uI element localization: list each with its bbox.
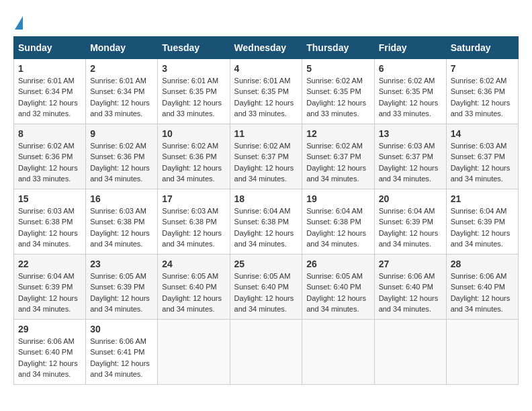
day-number: 12 xyxy=(306,128,369,139)
day-number: 11 xyxy=(234,128,298,139)
calendar-cell: 21Sunrise: 6:04 AMSunset: 6:39 PMDayligh… xyxy=(446,189,518,254)
calendar-cell: 17Sunrise: 6:03 AMSunset: 6:38 PMDayligh… xyxy=(158,189,230,254)
header-tuesday: Tuesday xyxy=(158,36,230,58)
calendar-cell: 13Sunrise: 6:03 AMSunset: 6:37 PMDayligh… xyxy=(374,124,446,189)
header-saturday: Saturday xyxy=(446,36,518,58)
calendar-cell: 16Sunrise: 6:03 AMSunset: 6:38 PMDayligh… xyxy=(86,189,158,254)
day-info: Sunrise: 6:05 AMSunset: 6:39 PMDaylight:… xyxy=(90,271,153,315)
day-number: 3 xyxy=(162,63,225,74)
day-info: Sunrise: 6:04 AMSunset: 6:39 PMDaylight:… xyxy=(379,205,442,250)
day-info: Sunrise: 6:02 AMSunset: 6:35 PMDaylight:… xyxy=(306,75,369,120)
calendar-week-row: 8Sunrise: 6:02 AMSunset: 6:36 PMDaylight… xyxy=(14,124,519,189)
calendar-cell: 19Sunrise: 6:04 AMSunset: 6:38 PMDayligh… xyxy=(302,189,374,254)
calendar-cell xyxy=(374,319,446,384)
calendar-cell: 25Sunrise: 6:05 AMSunset: 6:40 PMDayligh… xyxy=(230,254,302,319)
day-number: 13 xyxy=(379,128,442,139)
calendar-cell: 15Sunrise: 6:03 AMSunset: 6:38 PMDayligh… xyxy=(14,189,86,254)
day-info: Sunrise: 6:05 AMSunset: 6:40 PMDaylight:… xyxy=(306,271,369,315)
day-number: 22 xyxy=(18,259,81,269)
calendar-cell: 14Sunrise: 6:03 AMSunset: 6:37 PMDayligh… xyxy=(446,124,518,189)
calendar-header-row: SundayMondayTuesdayWednesdayThursdayFrid… xyxy=(14,36,519,58)
calendar-cell xyxy=(302,319,374,384)
calendar-cell: 9Sunrise: 6:02 AMSunset: 6:36 PMDaylight… xyxy=(86,124,158,189)
calendar-cell: 26Sunrise: 6:05 AMSunset: 6:40 PMDayligh… xyxy=(302,254,374,319)
day-info: Sunrise: 6:02 AMSunset: 6:35 PMDaylight:… xyxy=(379,75,442,120)
calendar-cell: 29Sunrise: 6:06 AMSunset: 6:40 PMDayligh… xyxy=(14,319,86,384)
day-number: 28 xyxy=(451,259,514,269)
day-number: 19 xyxy=(306,193,369,204)
day-info: Sunrise: 6:05 AMSunset: 6:40 PMDaylight:… xyxy=(234,271,298,315)
day-number: 26 xyxy=(306,259,369,269)
calendar-cell xyxy=(230,319,302,384)
calendar-cell: 4Sunrise: 6:01 AMSunset: 6:35 PMDaylight… xyxy=(230,58,302,124)
calendar-cell: 6Sunrise: 6:02 AMSunset: 6:35 PMDaylight… xyxy=(374,58,446,124)
header-monday: Monday xyxy=(86,36,158,58)
day-info: Sunrise: 6:01 AMSunset: 6:35 PMDaylight:… xyxy=(234,75,298,120)
day-number: 15 xyxy=(18,193,81,204)
day-number: 30 xyxy=(90,324,153,334)
day-info: Sunrise: 6:02 AMSunset: 6:36 PMDaylight:… xyxy=(451,75,514,120)
calendar-cell xyxy=(446,319,518,384)
page-header xyxy=(13,13,519,30)
day-info: Sunrise: 6:05 AMSunset: 6:40 PMDaylight:… xyxy=(162,271,225,315)
calendar-week-row: 29Sunrise: 6:06 AMSunset: 6:40 PMDayligh… xyxy=(14,319,519,384)
calendar-cell: 20Sunrise: 6:04 AMSunset: 6:39 PMDayligh… xyxy=(374,189,446,254)
day-info: Sunrise: 6:04 AMSunset: 6:38 PMDaylight:… xyxy=(234,205,298,250)
day-number: 9 xyxy=(90,128,153,139)
day-number: 27 xyxy=(379,259,442,269)
calendar-cell: 2Sunrise: 6:01 AMSunset: 6:34 PMDaylight… xyxy=(86,58,158,124)
day-number: 14 xyxy=(451,128,514,139)
day-number: 25 xyxy=(234,259,298,269)
calendar-week-row: 1Sunrise: 6:01 AMSunset: 6:34 PMDaylight… xyxy=(14,58,519,124)
calendar-cell: 24Sunrise: 6:05 AMSunset: 6:40 PMDayligh… xyxy=(158,254,230,319)
day-info: Sunrise: 6:03 AMSunset: 6:38 PMDaylight:… xyxy=(162,205,225,250)
day-info: Sunrise: 6:03 AMSunset: 6:37 PMDaylight:… xyxy=(451,140,514,185)
calendar-cell: 10Sunrise: 6:02 AMSunset: 6:36 PMDayligh… xyxy=(158,124,230,189)
day-number: 21 xyxy=(451,193,514,204)
header-wednesday: Wednesday xyxy=(230,36,302,58)
day-info: Sunrise: 6:02 AMSunset: 6:36 PMDaylight:… xyxy=(90,140,153,185)
day-number: 5 xyxy=(306,63,369,74)
header-sunday: Sunday xyxy=(14,36,86,58)
calendar-cell: 28Sunrise: 6:06 AMSunset: 6:40 PMDayligh… xyxy=(446,254,518,319)
day-info: Sunrise: 6:04 AMSunset: 6:39 PMDaylight:… xyxy=(18,271,81,315)
day-info: Sunrise: 6:01 AMSunset: 6:34 PMDaylight:… xyxy=(18,75,81,120)
day-number: 2 xyxy=(90,63,153,74)
day-info: Sunrise: 6:03 AMSunset: 6:38 PMDaylight:… xyxy=(18,205,81,250)
calendar-cell: 8Sunrise: 6:02 AMSunset: 6:36 PMDaylight… xyxy=(14,124,86,189)
day-info: Sunrise: 6:06 AMSunset: 6:40 PMDaylight:… xyxy=(379,271,442,315)
day-info: Sunrise: 6:02 AMSunset: 6:37 PMDaylight:… xyxy=(306,140,369,185)
day-number: 23 xyxy=(90,259,153,269)
calendar-week-row: 22Sunrise: 6:04 AMSunset: 6:39 PMDayligh… xyxy=(14,254,519,319)
day-info: Sunrise: 6:04 AMSunset: 6:39 PMDaylight:… xyxy=(451,205,514,250)
day-info: Sunrise: 6:02 AMSunset: 6:36 PMDaylight:… xyxy=(18,140,81,185)
calendar-cell: 27Sunrise: 6:06 AMSunset: 6:40 PMDayligh… xyxy=(374,254,446,319)
calendar-cell: 5Sunrise: 6:02 AMSunset: 6:35 PMDaylight… xyxy=(302,58,374,124)
day-number: 20 xyxy=(379,193,442,204)
calendar-cell: 3Sunrise: 6:01 AMSunset: 6:35 PMDaylight… xyxy=(158,58,230,124)
calendar-cell: 22Sunrise: 6:04 AMSunset: 6:39 PMDayligh… xyxy=(14,254,86,319)
day-info: Sunrise: 6:01 AMSunset: 6:34 PMDaylight:… xyxy=(90,75,153,120)
day-info: Sunrise: 6:01 AMSunset: 6:35 PMDaylight:… xyxy=(162,75,225,120)
calendar-cell: 11Sunrise: 6:02 AMSunset: 6:37 PMDayligh… xyxy=(230,124,302,189)
day-number: 8 xyxy=(18,128,81,139)
day-number: 1 xyxy=(18,63,81,74)
day-number: 24 xyxy=(162,259,225,269)
header-friday: Friday xyxy=(374,36,446,58)
calendar-cell: 12Sunrise: 6:02 AMSunset: 6:37 PMDayligh… xyxy=(302,124,374,189)
day-info: Sunrise: 6:02 AMSunset: 6:37 PMDaylight:… xyxy=(234,140,298,185)
day-number: 16 xyxy=(90,193,153,204)
logo-icon xyxy=(15,16,23,30)
day-info: Sunrise: 6:04 AMSunset: 6:38 PMDaylight:… xyxy=(306,205,369,250)
day-info: Sunrise: 6:02 AMSunset: 6:36 PMDaylight:… xyxy=(162,140,225,185)
calendar-cell: 7Sunrise: 6:02 AMSunset: 6:36 PMDaylight… xyxy=(446,58,518,124)
day-number: 18 xyxy=(234,193,298,204)
calendar-cell xyxy=(158,319,230,384)
day-number: 17 xyxy=(162,193,225,204)
day-number: 6 xyxy=(379,63,442,74)
day-number: 4 xyxy=(234,63,298,74)
day-number: 29 xyxy=(18,324,81,334)
day-info: Sunrise: 6:03 AMSunset: 6:37 PMDaylight:… xyxy=(379,140,442,185)
calendar-cell: 30Sunrise: 6:06 AMSunset: 6:41 PMDayligh… xyxy=(86,319,158,384)
day-number: 7 xyxy=(451,63,514,74)
